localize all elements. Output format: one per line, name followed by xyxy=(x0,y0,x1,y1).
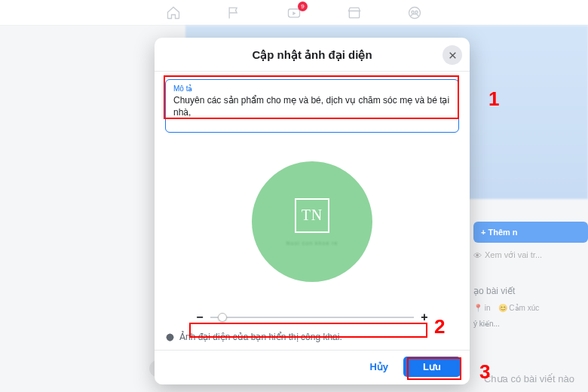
cancel-button[interactable]: Hủy xyxy=(360,357,397,377)
modal-footer: Hủy Lưu xyxy=(155,351,470,384)
description-input[interactable]: Chuyên các sản phẩm cho mẹ và bé, dịch v… xyxy=(173,94,451,118)
globe-icon xyxy=(165,332,175,342)
zoom-out-button[interactable]: − xyxy=(195,311,204,324)
zoom-slider-row: − + xyxy=(165,311,459,327)
svg-point-1 xyxy=(409,7,421,18)
watch-badge: 9 xyxy=(298,2,308,11)
description-label: Mô tả xyxy=(173,84,451,93)
home-icon[interactable] xyxy=(166,5,181,20)
modal-header: Cập nhật ảnh đại diện xyxy=(155,38,470,72)
annotation-1: 1 xyxy=(488,87,499,111)
svg-point-2 xyxy=(412,11,414,13)
avatar-preview: TN Nuoi con khoe re xyxy=(165,133,459,311)
svg-point-3 xyxy=(415,11,418,13)
close-icon xyxy=(448,51,458,60)
close-button[interactable] xyxy=(443,45,462,65)
visibility-row: Ảnh đại diện của bạn hiển thị công khai. xyxy=(155,327,470,351)
flag-icon[interactable] xyxy=(226,5,241,20)
logo-text: TN xyxy=(302,207,323,224)
visibility-text: Ảnh đại diện của bạn hiển thị công khai. xyxy=(179,332,342,342)
slider-thumb[interactable] xyxy=(218,313,227,322)
logo-box: TN xyxy=(295,198,329,233)
modal-title: Cập nhật ảnh đại diện xyxy=(155,48,470,62)
groups-icon[interactable] xyxy=(407,5,422,20)
update-avatar-modal: Cập nhật ảnh đại diện Mô tả Chuyên các s… xyxy=(155,38,470,384)
annotation-3: 3 xyxy=(479,360,490,384)
zoom-slider[interactable] xyxy=(210,312,414,323)
description-field[interactable]: Mô tả Chuyên các sản phẩm cho mẹ và bé, … xyxy=(165,79,459,133)
save-button[interactable]: Lưu xyxy=(403,357,461,377)
zoom-in-button[interactable]: + xyxy=(420,311,429,324)
annotation-2: 2 xyxy=(434,315,445,338)
avatar-circle[interactable]: TN Nuoi con khoe re xyxy=(252,161,372,282)
market-icon[interactable] xyxy=(347,5,362,20)
watch-icon[interactable]: 9 xyxy=(286,5,302,20)
top-nav: 9 xyxy=(0,0,588,26)
logo-sub: Nuoi con khoe re xyxy=(286,240,338,246)
slider-track xyxy=(210,317,414,318)
modal-body: Mô tả Chuyên các sản phẩm cho mẹ và bé, … xyxy=(155,72,470,327)
